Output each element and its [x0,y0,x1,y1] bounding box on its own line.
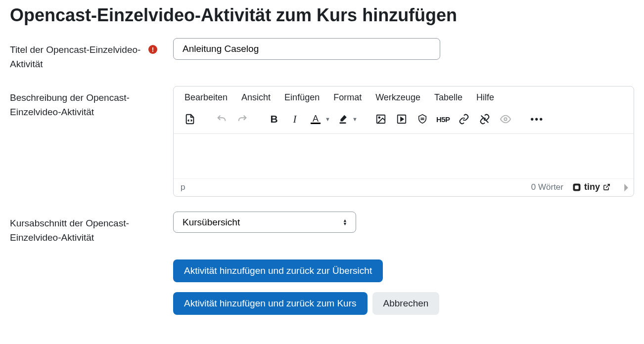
menu-format[interactable]: Format [333,92,362,103]
svg-point-2 [378,117,380,118]
redo-icon[interactable] [234,111,251,128]
word-count: 0 Wörter [531,182,563,192]
editor-content[interactable] [174,134,634,178]
unlink-icon[interactable] [476,111,493,128]
cancel-button[interactable]: Abbrechen [372,292,440,315]
button-row: Aktivität hinzufügen und zurück zur Über… [173,259,634,315]
element-path[interactable]: p [181,182,185,192]
editor-menubar: Bearbeiten Ansicht Einfügen Format Werkz… [174,86,634,108]
source-code-icon[interactable] [182,111,198,128]
bold-icon[interactable]: B [266,111,282,128]
title-row: Titel der Opencast-Einzelvideo-Aktivität… [10,38,634,71]
menu-help[interactable]: Hilfe [476,92,494,103]
preview-icon[interactable] [497,111,514,128]
add-return-course-button[interactable]: Aktivität hinzufügen und zurück zum Kurs [173,292,368,315]
section-select[interactable]: Kursübersicht [173,212,356,233]
svg-rect-0 [339,122,346,124]
chevron-down-icon: ▼ [352,116,358,122]
text-color-button[interactable]: A ▼ [307,111,330,128]
tiny-logo-icon [572,183,581,192]
svg-rect-6 [575,185,579,189]
section-label: Kursabschnitt der Opencast-Einzelvideo-A… [10,216,143,245]
menu-insert[interactable]: Einfügen [284,92,320,103]
external-link-icon [603,183,610,191]
section-row: Kursabschnitt der Opencast-Einzelvideo-A… [10,212,634,245]
menu-view[interactable]: Ansicht [241,92,271,103]
required-icon: ! [148,45,157,54]
resize-handle-icon[interactable]: ◢ [620,183,628,191]
description-row: Beschreibung der Opencast-Einzelvideo-Ak… [10,86,634,197]
record-icon[interactable] [414,111,431,128]
editor-statusbar: p 0 Wörter tiny ◢ [174,178,634,196]
link-icon[interactable] [456,111,472,128]
image-icon[interactable] [372,111,389,128]
media-icon[interactable] [393,111,410,128]
page-title: Opencast-Einzelvideo-Aktivität zum Kurs … [10,5,634,26]
menu-edit[interactable]: Bearbeiten [184,92,228,103]
rich-text-editor: Bearbeiten Ansicht Einfügen Format Werkz… [173,86,634,197]
highlight-button[interactable]: ▼ [334,111,358,128]
undo-icon[interactable] [213,111,230,128]
title-label: Titel der Opencast-Einzelvideo-Aktivität [10,43,143,71]
description-label: Beschreibung der Opencast-Einzelvideo-Ak… [10,91,143,119]
h5p-icon[interactable]: H5P [435,111,452,128]
text-color-icon: A [307,111,324,128]
title-input[interactable] [173,38,440,60]
menu-tools[interactable]: Werkzeuge [375,92,420,103]
italic-icon[interactable]: I [286,111,303,128]
menu-table[interactable]: Tabelle [434,92,462,103]
tiny-brand[interactable]: tiny [572,182,610,192]
svg-point-4 [504,118,507,121]
add-return-overview-button[interactable]: Aktivität hinzufügen und zurück zur Über… [173,259,383,282]
highlight-icon [334,111,351,128]
editor-toolbar: B I A ▼ ▼ [174,108,634,134]
chevron-down-icon: ▼ [325,116,330,122]
more-icon[interactable]: ••• [529,111,546,128]
